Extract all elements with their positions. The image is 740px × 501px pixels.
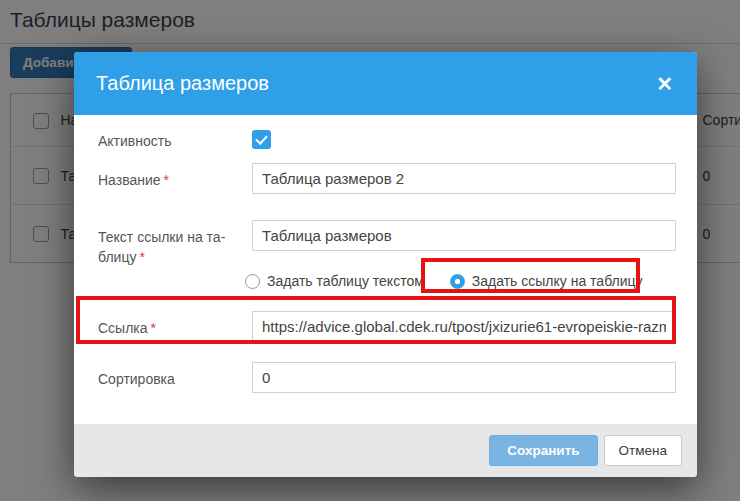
name-label: Название* bbox=[98, 163, 238, 190]
link-text-input[interactable] bbox=[252, 220, 676, 251]
table-source-radio-group: Задать таблицу текстом Задать ссылку на … bbox=[245, 272, 674, 290]
name-input[interactable] bbox=[252, 163, 676, 194]
modal-title: Таблица размеров bbox=[96, 72, 652, 95]
sort-input[interactable] bbox=[252, 362, 676, 393]
link-text-label: Текст ссылки на та-блицу* bbox=[98, 220, 238, 267]
radio-set-link-to-table[interactable]: Задать ссылку на таблицу bbox=[450, 273, 643, 289]
activity-checkbox[interactable] bbox=[252, 130, 271, 149]
link-input[interactable] bbox=[252, 311, 676, 342]
name-row: Название* bbox=[98, 163, 674, 194]
sort-row: Сортировка bbox=[98, 362, 674, 393]
radio-set-table-as-text[interactable]: Задать таблицу текстом bbox=[245, 273, 424, 289]
required-asterisk: * bbox=[151, 320, 156, 336]
link-text-row: Текст ссылки на та-блицу* bbox=[98, 220, 674, 267]
cancel-button[interactable]: Отмена bbox=[604, 435, 682, 466]
radio-label: Задать ссылку на таблицу bbox=[472, 273, 643, 289]
modal-body: Активность Название* Текст ссылки на та-… bbox=[74, 115, 697, 393]
close-icon: ✕ bbox=[656, 73, 673, 95]
activity-row: Активность bbox=[98, 131, 674, 151]
required-asterisk: * bbox=[164, 172, 169, 188]
link-row: Ссылка* bbox=[98, 311, 674, 342]
required-asterisk: * bbox=[139, 249, 144, 265]
radio-selected-icon bbox=[450, 274, 465, 289]
link-label: Ссылка* bbox=[98, 311, 238, 338]
close-button[interactable]: ✕ bbox=[652, 72, 677, 96]
activity-label: Активность bbox=[98, 131, 238, 151]
radio-unselected-icon bbox=[245, 274, 260, 289]
radio-label: Задать таблицу текстом bbox=[267, 273, 424, 289]
sort-label: Сортировка bbox=[98, 362, 238, 389]
modal-header: Таблица размеров ✕ bbox=[74, 52, 697, 115]
size-table-modal: Таблица размеров ✕ Активность Название* … bbox=[74, 52, 697, 477]
save-button[interactable]: Сохранить bbox=[489, 435, 597, 466]
modal-footer: Сохранить Отмена bbox=[74, 424, 697, 477]
